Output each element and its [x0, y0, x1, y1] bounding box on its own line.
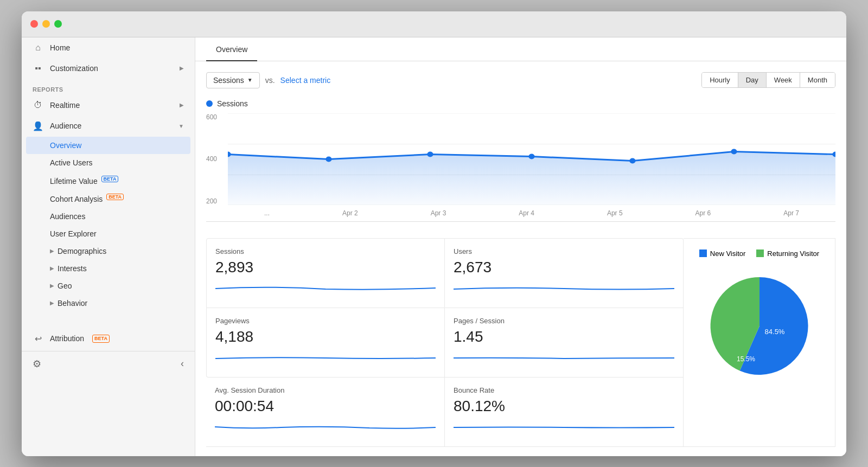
customization-label: Customization [50, 64, 98, 73]
chart-legend: Sessions [206, 99, 835, 108]
sidebar-item-realtime[interactable]: ⏱ Realtime ▶ [22, 95, 195, 116]
metric-card-avg-session: Avg. Session Duration 00:00:54 [206, 378, 445, 447]
pie-legend-new: New Visitor [699, 250, 746, 258]
time-btn-hourly[interactable]: Hourly [702, 73, 738, 87]
sidebar: ⌂ Home ▪▪ Customization ▶ REPORTS ⏱ Real… [22, 37, 195, 456]
sidebar-group-behavior[interactable]: ▶ Behavior [22, 295, 195, 312]
sessions-legend-dot [206, 100, 213, 107]
pie-legend: New Visitor Returning Visitor [699, 250, 819, 258]
settings-icon[interactable]: ⚙ [33, 358, 41, 370]
sparkline-users [454, 280, 674, 297]
clock-icon: ⏱ [33, 100, 43, 110]
main-scroll: Sessions ▼ vs. Select a metric Hourly Da… [195, 61, 846, 456]
chart-svg [228, 113, 835, 205]
sparkline-sessions [215, 280, 436, 297]
y-label-200: 200 [206, 197, 217, 205]
pie-legend-returning-color [756, 250, 764, 257]
lifetime-value-beta-badge: BETA [101, 176, 119, 182]
time-buttons-group: Hourly Day Week Month [701, 72, 835, 88]
sidebar-sub-active-users[interactable]: Active Users [22, 154, 195, 171]
pie-legend-new-label: New Visitor [710, 250, 746, 258]
metric-card-pages-session: Pages / Session 1.45 [445, 308, 684, 378]
sidebar-item-attribution[interactable]: ↩ Attribution BETA [22, 328, 195, 349]
y-label-400: 400 [206, 155, 217, 163]
sidebar-group-demographics[interactable]: ▶ Demographics [22, 242, 195, 260]
pie-section: New Visitor Returning Visitor [684, 238, 835, 447]
close-button[interactable] [30, 20, 38, 28]
demographics-arrow: ▶ [50, 248, 54, 254]
time-btn-week[interactable]: Week [767, 73, 800, 87]
attribution-label: Attribution [50, 334, 84, 343]
sparkline-pageviews [215, 350, 436, 366]
metric-card-sessions: Sessions 2,893 [206, 238, 445, 308]
overview-label: Overview [50, 141, 81, 150]
sidebar-sub-audiences[interactable]: Audiences [22, 208, 195, 225]
time-btn-month[interactable]: Month [800, 73, 835, 87]
audience-label: Audience [50, 121, 81, 130]
audience-arrow: ▼ [178, 123, 184, 129]
y-label-600: 600 [206, 113, 217, 121]
sidebar-sub-cohort[interactable]: Cohort Analysis BETA [22, 189, 195, 208]
grid-icon: ▪▪ [33, 63, 43, 73]
tab-overview[interactable]: Overview [206, 37, 257, 61]
pie-label-returning: 15.5% [736, 355, 755, 363]
select-metric-link[interactable]: Select a metric [280, 76, 331, 85]
maximize-button[interactable] [54, 20, 62, 28]
metric-value-avg-session: 00:00:54 [215, 398, 436, 415]
active-users-label: Active Users [50, 158, 93, 167]
x-label-apr3: Apr 3 [431, 209, 446, 217]
sidebar-sub-lifetime-value[interactable]: Lifetime Value BETA [22, 171, 195, 190]
sessions-legend-label: Sessions [217, 99, 248, 108]
realtime-arrow: ▶ [180, 102, 184, 108]
sparkline-bounce [454, 419, 674, 436]
sidebar-item-home[interactable]: ⌂ Home [22, 37, 195, 58]
vs-text: vs. [265, 76, 275, 85]
metric-card-users: Users 2,673 [445, 238, 684, 308]
sidebar-group-geo[interactable]: ▶ Geo [22, 277, 195, 295]
geo-label: Geo [58, 282, 72, 290]
sidebar-item-audience[interactable]: 👤 Audience ▼ [22, 116, 195, 137]
sparkline-pages-session [454, 350, 674, 366]
sidebar-item-customization[interactable]: ▪▪ Customization ▶ [22, 58, 195, 79]
user-explorer-label: User Explorer [50, 229, 97, 238]
reports-section: REPORTS [22, 79, 195, 95]
metric-title-sessions: Sessions [215, 247, 436, 255]
sidebar-group-interests[interactable]: ▶ Interests [22, 260, 195, 277]
home-icon: ⌂ [33, 43, 43, 53]
chart-point-2 [427, 151, 433, 157]
app-body: ⌂ Home ▪▪ Customization ▶ REPORTS ⏱ Real… [22, 37, 846, 456]
metric-card-pageviews: Pageviews 4,188 [206, 308, 445, 378]
audience-icon: 👤 [33, 121, 43, 131]
chart-area: Sessions 600 400 200 [206, 99, 835, 222]
metric-value-pageviews: 4,188 [215, 328, 436, 346]
main-content: Overview Sessions ▼ vs. Select a metric … [195, 37, 846, 456]
metric-title-pageviews: Pageviews [215, 317, 436, 325]
collapse-icon[interactable]: ‹ [181, 358, 184, 369]
sidebar-sub-user-explorer[interactable]: User Explorer [22, 225, 195, 242]
sessions-dropdown-label: Sessions [213, 76, 244, 85]
traffic-lights [30, 20, 62, 28]
chart-point-3 [528, 153, 534, 159]
expand-icon: ▶ [180, 65, 184, 71]
audiences-label: Audiences [50, 212, 85, 221]
interests-label: Interests [58, 264, 87, 273]
behavior-arrow: ▶ [50, 300, 54, 306]
cohort-analysis-label: Cohort Analysis [50, 195, 103, 203]
time-btn-day[interactable]: Day [738, 73, 767, 87]
realtime-label: Realtime [50, 101, 80, 110]
metric-value-bounce: 80.12% [454, 398, 674, 415]
geo-arrow: ▶ [50, 283, 54, 289]
chart-point-1 [326, 156, 331, 162]
metric-title-bounce: Bounce Rate [454, 386, 674, 394]
metrics-grid: Sessions 2,893 Users 2,673 [206, 238, 835, 447]
titlebar [22, 11, 846, 37]
minimize-button[interactable] [42, 20, 50, 28]
sessions-dropdown[interactable]: Sessions ▼ [206, 72, 260, 88]
metric-title-pages-session: Pages / Session [454, 317, 674, 325]
attribution-beta-badge: BETA [92, 335, 110, 343]
pie-legend-returning: Returning Visitor [756, 250, 819, 258]
sidebar-sub-overview[interactable]: Overview [26, 137, 190, 154]
demographics-label: Demographics [58, 247, 106, 255]
metric-title-avg-session: Avg. Session Duration [215, 386, 436, 394]
dropdown-arrow: ▼ [247, 77, 253, 83]
